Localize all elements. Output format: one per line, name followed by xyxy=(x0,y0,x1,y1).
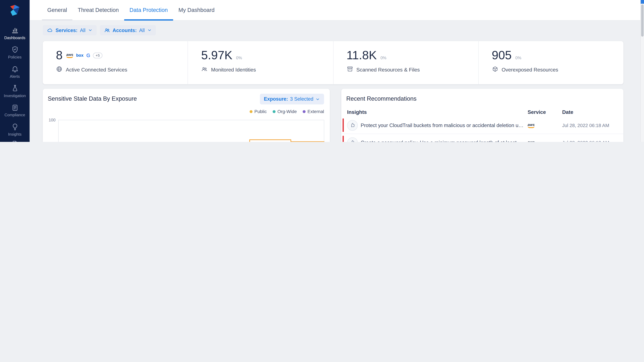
accounts-filter[interactable]: Accounts: All xyxy=(100,25,156,36)
archive-box-icon xyxy=(346,66,353,74)
filter-label: Services: xyxy=(56,28,78,33)
kpi-delta: 0% xyxy=(515,56,521,60)
flask-icon xyxy=(11,84,19,92)
kpi-value: 8 xyxy=(56,48,62,62)
sidebar: Dashboards Policies Alerts Investigation xyxy=(0,0,30,142)
recommendation-date: Jul 28, 2022 06:18 AM xyxy=(562,123,609,128)
kpi-caption: Active Connected Services xyxy=(66,67,127,73)
bell-icon xyxy=(11,65,19,73)
recommendation-text: Protect your CloudTrail buckets from mal… xyxy=(361,122,524,128)
sidebar-item-compliance[interactable]: Compliance xyxy=(0,101,30,120)
sidebar-item-policies[interactable]: Policies xyxy=(0,43,30,62)
sidebar-item-label: Dashboards xyxy=(4,36,25,40)
recommendations-list: Protect your CloudTrail buckets from mal… xyxy=(341,117,624,142)
thumbs-up-icon xyxy=(347,120,358,130)
column-insights: Insights xyxy=(347,109,367,115)
sidebar-item-investigation[interactable]: Investigation xyxy=(0,81,30,101)
exposure-filter-button[interactable]: Exposure: 3 Selected xyxy=(260,94,324,104)
recommendations-card: Recent Recommendations Insights Service … xyxy=(341,89,624,142)
chevron-down-icon xyxy=(316,97,320,101)
app-root: Dashboards Policies Alerts Investigation xyxy=(0,0,644,142)
sidebar-item-alerts[interactable]: Alerts xyxy=(0,62,30,82)
kpi-summary-card: 8 aws box G +5 Active Connected Services… xyxy=(43,41,624,84)
sidebar-item-label: Alerts xyxy=(10,74,20,78)
tab-label: Data Protection xyxy=(130,7,168,13)
sidebar-item-label: Policies xyxy=(8,55,22,59)
cube-icon xyxy=(492,66,498,74)
column-date: Date xyxy=(562,109,573,115)
filter-label: Accounts: xyxy=(112,28,137,33)
recommendation-text: Create a password policy. Use a minimum … xyxy=(361,140,524,142)
sidebar-item-reports[interactable]: Reports NEW xyxy=(0,139,30,142)
legend-dot xyxy=(250,110,252,113)
sidebar-item-label: Investigation xyxy=(4,94,26,98)
aws-icon: aws xyxy=(528,122,534,128)
stale-exposure-chart: 0110100Sep 24, 2022Oct 16, 2022Nov 7, 20… xyxy=(46,116,325,142)
filter-label: Exposure: xyxy=(264,96,288,102)
kpi-caption: Monitored Identities xyxy=(211,67,256,73)
recommendation-date: Jul 28, 2022 06:18 AM xyxy=(562,140,609,142)
google-icon: G xyxy=(86,52,90,58)
cloud-icon xyxy=(47,27,53,33)
kpi-delta: 0% xyxy=(380,56,386,60)
kpi-caption: Overexposed Resources xyxy=(502,67,558,73)
kpi-overexposed-resources: 905 0% Overexposed Resources xyxy=(478,41,624,84)
severity-bar xyxy=(342,136,344,142)
scrollbar-top-arrow[interactable] xyxy=(641,0,644,4)
shield-icon xyxy=(11,46,19,54)
kpi-monitored-identities: 5.97K 0% Monitored Identities xyxy=(188,41,333,84)
service-logos: aws box G +5 xyxy=(66,52,102,58)
severity-bar xyxy=(342,118,344,132)
scrollbar[interactable] xyxy=(640,0,644,142)
filter-value: All xyxy=(80,28,85,33)
top-tab-bar: General Threat Detection Data Protection… xyxy=(30,0,641,20)
filter-value: 3 Selected xyxy=(290,96,314,102)
aws-icon: aws xyxy=(66,53,73,58)
card-title: Sensitive Stale Data By Exposure xyxy=(48,95,137,102)
chevron-down-icon xyxy=(88,28,92,32)
legend-item: Public xyxy=(250,109,267,114)
stale-exposure-card: Sensitive Stale Data By Exposure Exposur… xyxy=(43,89,330,142)
chart-legend: Public Org-Wide External xyxy=(250,109,324,114)
globe-icon xyxy=(56,66,62,74)
column-service: Service xyxy=(528,109,546,115)
lightbulb-icon xyxy=(11,123,19,131)
tab-label: General xyxy=(47,7,67,13)
kpi-delta: 0% xyxy=(236,56,242,60)
identities-icon xyxy=(201,66,208,74)
more-services-badge[interactable]: +5 xyxy=(93,52,102,58)
card-title: Recent Recommendations xyxy=(346,95,416,102)
tab-general[interactable]: General xyxy=(42,0,72,20)
app-logo-icon[interactable] xyxy=(8,4,22,19)
sidebar-item-label: Insights xyxy=(8,132,22,136)
tab-threat-detection[interactable]: Threat Detection xyxy=(72,0,124,20)
services-filter[interactable]: Services: All xyxy=(43,25,97,36)
legend-item: Org-Wide xyxy=(272,109,297,114)
sidebar-item-label: Compliance xyxy=(4,113,25,117)
sidebar-item-insights[interactable]: Insights xyxy=(0,120,30,139)
recommendation-row[interactable]: Protect your CloudTrail buckets from mal… xyxy=(341,117,624,134)
svg-text:100: 100 xyxy=(49,118,56,122)
legend-item: External xyxy=(302,109,324,114)
kpi-caption: Scanned Resources & Files xyxy=(356,67,420,73)
tab-my-dashboard[interactable]: My Dashboard xyxy=(173,0,220,20)
kpi-scanned-resources: 11.8K 0% Scanned Resources & Files xyxy=(333,41,478,84)
sidebar-nav: Dashboards Policies Alerts Investigation xyxy=(0,24,30,142)
legend-dot xyxy=(302,110,306,113)
legend-dot xyxy=(272,110,276,113)
recommendations-header: Insights Service Date xyxy=(341,109,624,117)
sidebar-item-dashboards[interactable]: Dashboards xyxy=(0,24,30,43)
scrollbar-thumb[interactable] xyxy=(641,4,644,36)
chevron-down-icon xyxy=(147,28,152,32)
thumbs-up-icon xyxy=(347,137,358,142)
filter-bar: Services: All Accounts: All xyxy=(43,25,156,36)
box-icon: box xyxy=(76,53,84,58)
tab-label: My Dashboard xyxy=(178,7,214,13)
aws-icon: aws xyxy=(528,140,534,142)
recommendation-row[interactable]: Create a password policy. Use a minimum … xyxy=(341,134,624,142)
filter-value: All xyxy=(139,28,145,33)
tab-label: Threat Detection xyxy=(78,7,119,13)
kpi-value: 5.97K xyxy=(201,48,232,62)
kpi-active-services: 8 aws box G +5 Active Connected Services xyxy=(43,41,188,84)
tab-data-protection[interactable]: Data Protection xyxy=(124,0,173,20)
